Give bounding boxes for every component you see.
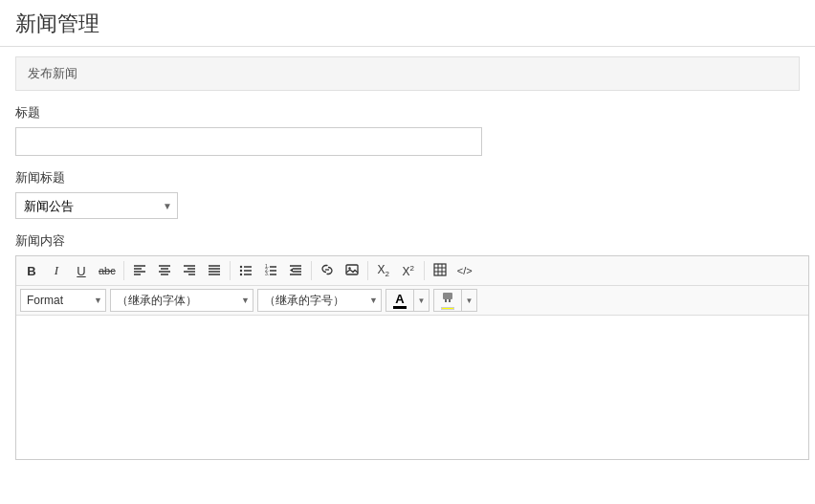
font-color-btn-inner: A xyxy=(393,293,407,309)
font-color-indicator xyxy=(393,306,407,309)
category-label: 新闻标题 xyxy=(15,169,800,186)
editor-body[interactable] xyxy=(16,316,808,459)
bold-icon: B xyxy=(27,264,35,278)
link-button[interactable] xyxy=(316,259,339,282)
table-button[interactable] xyxy=(429,259,452,282)
category-select[interactable]: 新闻公告 系统通知 活动信息 xyxy=(15,192,178,219)
font-color-dropdown-button[interactable]: ▼ xyxy=(413,290,429,311)
section-header: 发布新闻 xyxy=(15,56,800,91)
highlight-btn-inner xyxy=(441,291,454,310)
category-group: 新闻标题 新闻公告 系统通知 活动信息 ▼ xyxy=(15,169,800,219)
align-left-button[interactable] xyxy=(128,259,151,282)
source-icon: </> xyxy=(457,265,473,276)
font-color-button[interactable]: A xyxy=(386,290,413,311)
justify-button[interactable] xyxy=(203,259,226,282)
outdent-button[interactable] xyxy=(284,259,307,282)
svg-point-35 xyxy=(348,267,350,269)
svg-rect-42 xyxy=(445,299,447,302)
svg-marker-32 xyxy=(290,268,293,272)
italic-button[interactable]: I xyxy=(45,259,68,282)
font-color-letter: A xyxy=(395,293,404,305)
svg-text:3.: 3. xyxy=(265,271,269,276)
strikethrough-icon: abc xyxy=(99,265,116,276)
svg-rect-41 xyxy=(443,293,452,299)
subscript-button[interactable]: X2 xyxy=(372,259,395,282)
content-label: 新闻内容 xyxy=(15,232,800,250)
subscript-icon: X2 xyxy=(378,263,389,278)
category-select-wrapper: 新闻公告 系统通知 活动信息 ▼ xyxy=(15,192,178,219)
superscript-button[interactable]: X2 xyxy=(397,259,420,282)
bold-button[interactable]: B xyxy=(20,259,43,282)
toolbar-sep-3 xyxy=(311,261,312,280)
page-header: 新闻管理 xyxy=(0,0,815,47)
source-button[interactable]: </> xyxy=(453,259,476,282)
font-size-select-wrapper: （继承的字号） ▼ xyxy=(257,289,382,312)
svg-point-20 xyxy=(240,273,242,274)
svg-point-16 xyxy=(240,265,242,267)
content-group: 新闻内容 B I U abc xyxy=(15,232,800,460)
table-icon xyxy=(433,263,447,279)
toolbar-row1: B I U abc xyxy=(16,256,808,286)
ul-button[interactable] xyxy=(234,259,257,282)
page-content: 发布新闻 标题 新闻标题 新闻公告 系统通知 活动信息 ▼ 新闻内容 B xyxy=(0,47,815,483)
title-input[interactable] xyxy=(15,127,482,156)
toolbar-sep-2 xyxy=(230,261,231,280)
highlight-color-button[interactable] xyxy=(434,290,461,311)
format-select-wrapper: Format ▼ xyxy=(20,289,106,312)
page-title: 新闻管理 xyxy=(15,10,800,38)
svg-rect-36 xyxy=(434,264,446,275)
format-select[interactable]: Format xyxy=(20,289,106,312)
outdent-icon xyxy=(289,263,302,279)
toolbar-sep-5 xyxy=(424,261,425,280)
ol-button[interactable]: 1.2.3. xyxy=(259,259,282,282)
align-center-icon xyxy=(158,263,171,279)
image-icon xyxy=(345,263,359,279)
image-button[interactable] xyxy=(341,259,363,282)
align-right-icon xyxy=(183,263,196,279)
font-family-select[interactable]: （继承的字体） xyxy=(110,289,253,312)
font-family-select-wrapper: （继承的字体） ▼ xyxy=(110,289,253,312)
highlight-color-group: ▼ xyxy=(433,289,477,312)
italic-icon: I xyxy=(55,263,58,278)
toolbar-sep-4 xyxy=(367,261,368,280)
link-icon xyxy=(320,263,334,279)
toolbar-row2: Format ▼ （继承的字体） ▼ （继承的字号） ▼ xyxy=(16,286,808,316)
strikethrough-button[interactable]: abc xyxy=(95,259,120,282)
align-left-icon xyxy=(133,263,146,279)
font-size-select[interactable]: （继承的字号） xyxy=(257,289,382,312)
editor-wrapper: B I U abc xyxy=(15,255,809,460)
highlight-dropdown-button[interactable]: ▼ xyxy=(461,290,476,311)
align-right-button[interactable] xyxy=(178,259,201,282)
ul-icon xyxy=(239,263,253,279)
svg-rect-43 xyxy=(449,299,451,302)
svg-rect-34 xyxy=(346,265,358,274)
superscript-icon: X2 xyxy=(403,264,414,278)
ol-icon: 1.2.3. xyxy=(264,263,277,279)
toolbar-sep-1 xyxy=(123,261,124,280)
highlight-icon xyxy=(441,291,454,306)
align-center-button[interactable] xyxy=(153,259,176,282)
underline-icon: U xyxy=(77,264,85,278)
highlight-color-indicator xyxy=(441,307,454,310)
underline-button[interactable]: U xyxy=(70,259,93,282)
title-group: 标题 xyxy=(15,104,800,156)
title-label: 标题 xyxy=(15,104,800,121)
font-color-group: A ▼ xyxy=(385,289,430,312)
svg-point-18 xyxy=(240,269,242,271)
justify-icon xyxy=(208,263,221,279)
